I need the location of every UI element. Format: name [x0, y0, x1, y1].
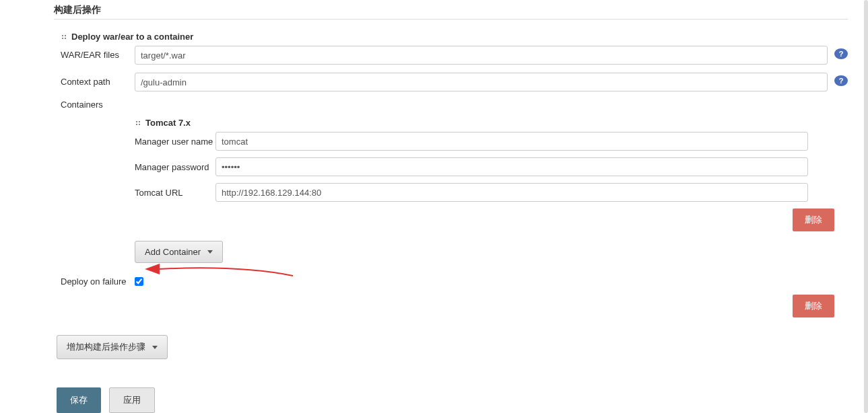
tomcat-container-block: Tomcat 7.x Manager user name Manager pas…: [135, 118, 848, 231]
drag-handle-icon[interactable]: [61, 34, 67, 40]
manager-password-input[interactable]: [215, 157, 808, 176]
deploy-block-header: Deploy war/ear to a container: [54, 32, 848, 42]
apply-button[interactable]: 应用: [109, 387, 155, 413]
add-postbuild-row: 增加构建后操作步骤: [54, 335, 848, 359]
context-path-field: [135, 73, 830, 91]
manager-user-input[interactable]: [215, 132, 808, 151]
save-button[interactable]: 保存: [57, 387, 101, 413]
delete-container-button[interactable]: 删除: [793, 209, 834, 231]
chevron-down-icon: [152, 346, 158, 349]
add-container-label: Add Container: [145, 247, 201, 257]
container-header: Tomcat 7.x: [135, 118, 848, 128]
svg-marker-0: [145, 264, 160, 274]
help-icon[interactable]: ?: [834, 75, 848, 86]
delete-block-button[interactable]: 删除: [793, 295, 834, 317]
manager-password-row: Manager password: [135, 157, 848, 176]
section-title: 构建后操作: [54, 0, 848, 19]
help-icon[interactable]: ?: [834, 48, 848, 59]
deploy-on-failure-label: Deploy on failure: [61, 276, 127, 287]
add-postbuild-step-button[interactable]: 增加构建后操作步骤: [57, 335, 168, 359]
war-ear-field: [135, 46, 830, 65]
outer-delete-row: 删除: [54, 295, 848, 317]
chevron-down-icon: [207, 250, 213, 254]
drag-handle-icon[interactable]: [135, 120, 141, 126]
deploy-on-failure-row: Deploy on failure: [54, 275, 848, 288]
war-ear-input[interactable]: [135, 46, 828, 65]
war-ear-row: WAR/EAR files ?: [54, 46, 848, 65]
tomcat-url-input[interactable]: [215, 183, 808, 202]
add-postbuild-label: 增加构建后操作步骤: [67, 341, 145, 353]
tomcat-url-label: Tomcat URL: [135, 188, 215, 198]
manager-user-row: Manager user name: [135, 132, 848, 151]
deploy-block-title: Deploy war/ear to a container: [71, 32, 193, 42]
bottom-buttons: 保存 应用: [54, 387, 848, 413]
vertical-scrollbar[interactable]: [864, 0, 868, 413]
containers-row: Containers: [54, 100, 848, 110]
manager-user-label: Manager user name: [135, 137, 215, 147]
containers-label: Containers: [54, 100, 135, 110]
tomcat-url-row: Tomcat URL: [135, 183, 848, 202]
add-container-row: Add Container: [135, 241, 848, 263]
context-path-row: Context path ?: [54, 73, 848, 91]
container-title: Tomcat 7.x: [145, 118, 191, 128]
context-path-label: Context path: [54, 73, 135, 87]
context-path-input[interactable]: [135, 73, 828, 91]
war-ear-label: WAR/EAR files: [54, 46, 135, 60]
manager-password-label: Manager password: [135, 162, 215, 172]
deploy-on-failure-checkbox[interactable]: [135, 277, 143, 286]
add-container-button[interactable]: Add Container: [135, 241, 223, 263]
page-root: 构建后操作 Deploy war/ear to a container WAR/…: [0, 0, 868, 413]
container-delete-row: 删除: [135, 209, 848, 231]
section-divider: [54, 19, 848, 20]
